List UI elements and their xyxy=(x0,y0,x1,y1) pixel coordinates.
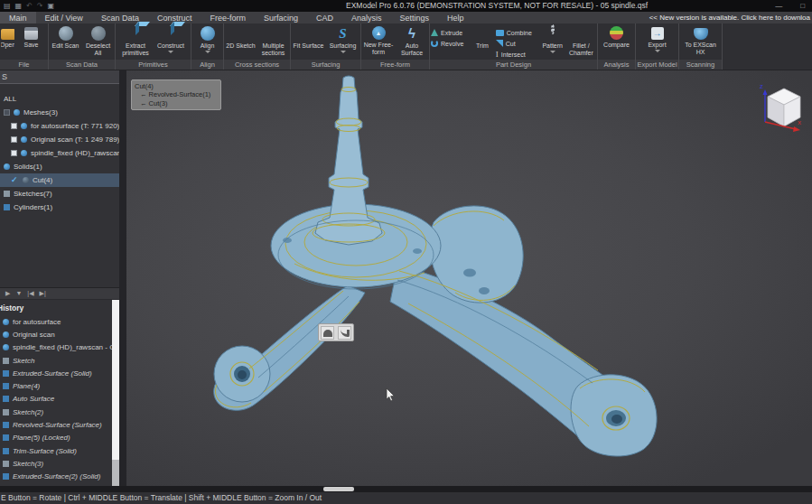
fillet-convex-button[interactable] xyxy=(321,326,334,340)
history-item[interactable]: Extruded-Surface(2) (Solid) xyxy=(0,471,119,483)
open-button[interactable]: Open xyxy=(1,24,14,60)
new-free-form-button[interactable]: New Free-form xyxy=(362,24,395,60)
checkbox[interactable] xyxy=(11,123,17,129)
history-item[interactable]: Trim-Surface (Solid) xyxy=(0,444,119,457)
minimize-button[interactable]: — xyxy=(775,0,782,12)
skip-first-icon[interactable]: |◀ xyxy=(27,290,33,297)
history-item[interactable]: Extruded-Surface (Solid) xyxy=(0,367,119,379)
pattern-button[interactable]: Pattern xyxy=(540,24,565,60)
fillet-chamfer-button[interactable]: Fillet / Chamfer xyxy=(566,24,596,60)
play-icon[interactable]: ▶ xyxy=(5,290,10,297)
redo-icon[interactable]: ↷ xyxy=(37,2,43,10)
menu-help[interactable]: Help xyxy=(438,12,473,23)
history-panel: History for autosurface Original scan sp… xyxy=(0,300,119,486)
tree-item-solids[interactable]: Solids(1) xyxy=(0,160,119,173)
ribbon-group-part-design: Extrude Revolve Trim Combine xyxy=(430,23,598,70)
multiple-sections-button[interactable]: Multiple sections xyxy=(257,24,289,60)
mesh-icon xyxy=(21,150,27,156)
history-item[interactable]: Revolved-Surface (Surface) xyxy=(0,418,119,431)
update-notification-link[interactable]: << New version is available. Click here … xyxy=(649,12,810,23)
save-button[interactable]: Save xyxy=(15,24,47,60)
tree-item-for-autosurface[interactable]: for autosurface (T: 771 920) xyxy=(0,119,119,133)
revolve-button[interactable]: Revolve xyxy=(431,39,469,48)
to-exscan-hx-button[interactable]: To EXScan HX xyxy=(684,24,718,60)
2d-sketch-button[interactable]: 2D Sketch xyxy=(225,24,257,60)
mesh-icon xyxy=(21,136,27,143)
extrude-button[interactable]: Extrude xyxy=(431,28,469,37)
menu-free-form[interactable]: Free-form xyxy=(201,12,255,23)
scrollbar-thumb[interactable] xyxy=(323,487,354,491)
save-icon[interactable]: ▦ xyxy=(15,2,23,10)
history-toolbar: ▶ ▼ |◀ ▶| xyxy=(0,287,119,300)
tree-item-label: spindle_fixed (HD)_rawscan - Copy xyxy=(31,149,119,157)
auto-surface-button[interactable]: Auto Surface xyxy=(396,24,428,60)
checkbox[interactable] xyxy=(4,109,10,116)
history-item[interactable]: Plane(4) xyxy=(0,379,119,392)
edit-scan-button[interactable]: Edit Scan xyxy=(50,24,81,60)
construct-button[interactable]: Construct xyxy=(154,24,188,60)
fit-surface-button[interactable]: Fit Surface xyxy=(292,24,325,60)
fillet-concave-button[interactable] xyxy=(338,326,351,340)
filter-down-icon[interactable]: ▼ xyxy=(15,290,22,297)
open-folder-icon xyxy=(1,29,14,40)
checkmark-icon[interactable] xyxy=(11,176,19,184)
scrollbar-thumb[interactable] xyxy=(112,300,119,460)
maximize-button[interactable]: □ xyxy=(800,0,805,12)
tooltip-line: ← Cut(3) xyxy=(135,99,218,107)
tree-item-original-scan[interactable]: Original scan (T: 1 249 789) xyxy=(0,133,119,146)
tree-item-sketches[interactable]: Sketches(7) xyxy=(0,187,119,201)
chevron-down-icon xyxy=(168,51,173,53)
history-item[interactable]: Original scan xyxy=(0,328,119,341)
view-cube[interactable]: z x xyxy=(758,81,807,134)
compare-button[interactable]: Compare xyxy=(600,24,634,60)
menu-surfacing[interactable]: Surfacing xyxy=(255,12,307,23)
new-file-icon[interactable]: ▤ xyxy=(4,2,11,10)
tree-item-cylinders[interactable]: Cylinders(1) xyxy=(0,201,119,214)
model-3d[interactable] xyxy=(126,70,812,486)
sidebar-splitter[interactable] xyxy=(119,70,126,486)
surfacing-button[interactable]: Surfacing xyxy=(326,24,359,60)
plane-icon xyxy=(3,383,9,389)
menu-cad[interactable]: CAD xyxy=(307,12,342,23)
skip-last-icon[interactable]: ▶| xyxy=(40,290,46,297)
intersect-button[interactable]: Intersect xyxy=(496,50,539,59)
history-item[interactable]: Sketch xyxy=(0,354,119,367)
objects-panel: S ALL Meshes(3) for au xyxy=(0,70,119,287)
document-icon[interactable]: ▣ xyxy=(48,2,55,10)
history-item[interactable]: Auto Surface xyxy=(0,393,119,406)
tree-item-cut4[interactable]: Cut(4) xyxy=(0,173,119,187)
tree-item-spindle-fixed[interactable]: spindle_fixed (HD)_rawscan - Copy xyxy=(0,146,119,160)
export-button[interactable]: Export xyxy=(640,24,675,60)
deselect-all-button[interactable]: Deselect All xyxy=(82,24,114,60)
history-panel-header: History xyxy=(0,300,119,315)
tree-item-all[interactable]: ALL xyxy=(0,92,119,106)
align-button[interactable]: Align xyxy=(192,24,222,60)
menu-edit-view[interactable]: Edit / View xyxy=(36,12,92,23)
3d-viewport[interactable]: Cut(4) ← Revolved-Surface(1) ← Cut(3) z … xyxy=(126,70,812,486)
tree-item-meshes[interactable]: Meshes(3) xyxy=(0,106,119,119)
trim-button[interactable]: Trim xyxy=(470,24,495,60)
menu-analysis[interactable]: Analysis xyxy=(342,12,391,23)
menu-settings[interactable]: Settings xyxy=(391,12,439,23)
ribbon-group-file: Open Save File xyxy=(0,23,49,70)
checkbox[interactable] xyxy=(11,150,17,156)
checkbox[interactable] xyxy=(11,136,17,143)
history-scrollbar[interactable] xyxy=(112,300,119,486)
history-item[interactable]: for autosurface xyxy=(0,315,119,328)
menu-main[interactable]: Main xyxy=(0,12,36,23)
compare-icon xyxy=(610,26,623,40)
history-item[interactable]: Sketch(3) xyxy=(0,457,119,470)
group-label-analysis: Analysis xyxy=(598,60,635,70)
align-sphere-icon xyxy=(201,26,215,41)
history-item[interactable]: Plane(5) (Locked) xyxy=(0,432,119,444)
cut-button[interactable]: Cut xyxy=(496,39,539,48)
extract-primitives-button[interactable]: Extract primitives xyxy=(118,24,153,60)
combine-button[interactable]: Combine xyxy=(496,28,539,37)
history-item[interactable]: Sketch(2) xyxy=(0,406,119,418)
sketch-icon xyxy=(3,409,9,415)
history-item[interactable]: spindle_fixed (HD)_rawscan - Copy xyxy=(0,341,119,354)
horizontal-scrollbar[interactable] xyxy=(0,486,812,492)
undo-icon[interactable]: ↶ xyxy=(26,2,33,10)
feature-icon xyxy=(3,448,9,454)
fillet-convex-icon xyxy=(323,330,332,337)
